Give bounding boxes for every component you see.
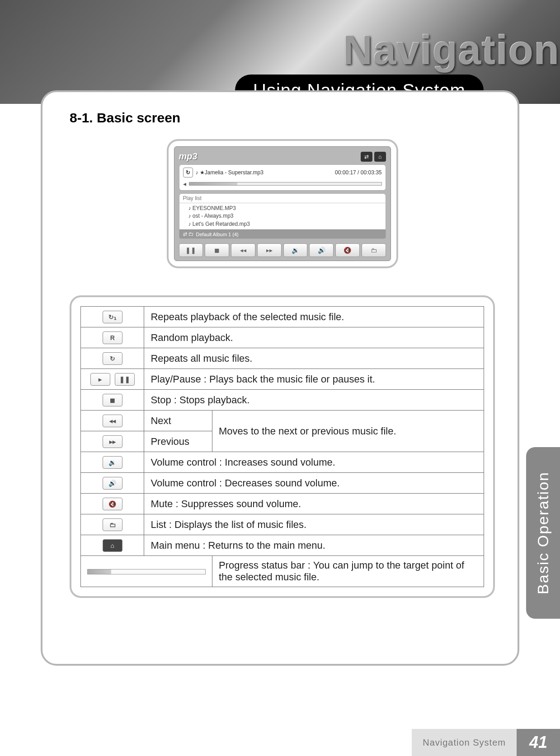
desc-vol-down: Volume control : Decreases sound volume. [144, 473, 484, 494]
table-row: ⌂ Main menu : Returns to the main menu. [81, 535, 484, 556]
next-icon: ▸▸ [103, 435, 122, 448]
section-title: 8-1. Basic screen [70, 110, 504, 126]
home-icon: ⌂ [103, 539, 122, 552]
stop-icon: ◼ [103, 394, 122, 406]
table-row: 🔉 Volume control : Increases sound volum… [81, 452, 484, 473]
app-logo: mp3 [179, 151, 198, 162]
desc-play-pause: Play/Pause : Plays back the music file o… [144, 369, 484, 390]
track-row: ♪ EYESONME.MP3 [188, 205, 382, 212]
table-row: ↻ Repeats all music files. [81, 348, 484, 369]
side-tab: Basic Operation [526, 447, 560, 619]
vol-up-icon: 🔉 [103, 456, 122, 469]
track-row: ♪ ost - Always.mp3 [188, 212, 382, 220]
vol-down-icon: 🔊 [103, 477, 122, 490]
now-playing-title: ★Jamelia - Superstar.mp3 [200, 169, 264, 176]
page-footer: Navigation System 41 [412, 729, 560, 756]
hero-title: Navigation [343, 27, 560, 74]
desc-next-prev: Moves to the next or previous music file… [212, 411, 484, 452]
mute-button: 🔇 [335, 243, 360, 257]
repeat-all-icon: ↻ [103, 352, 122, 365]
random-icon: R [103, 331, 122, 344]
list-button: 🗀 [362, 243, 386, 257]
seek-arrow-icon: ◂ [183, 180, 186, 187]
next-button: ▸▸ [257, 243, 282, 257]
table-row: 🔊 Volume control : Decreases sound volum… [81, 473, 484, 494]
album-label: Default Album 1 (4) [196, 232, 239, 237]
table-row: R Random playback. [81, 327, 484, 348]
folder-icon: 🗀 [103, 518, 122, 531]
vol-down-button: 🔉 [283, 243, 308, 257]
footer-label: Navigation System [412, 729, 517, 756]
desc-stop: Stop : Stops playback. [144, 390, 484, 411]
table-row: ◂◂ Next Moves to the next or previous mu… [81, 411, 484, 431]
pause-button: ❚❚ [179, 243, 203, 257]
pause-icon: ❚❚ [115, 373, 135, 386]
side-tab-label: Basic Operation [534, 471, 552, 594]
progress-bar-mini [189, 182, 382, 186]
label-previous: Previous [144, 431, 212, 452]
now-playing-box: ↻ ♪ ★Jamelia - Superstar.mp3 00:00:17 / … [179, 164, 386, 191]
play-icon: ▸ [90, 373, 110, 386]
desc-main-menu: Main menu : Returns to the main menu. [144, 535, 484, 556]
desc-mute: Mute : Suppresses sound volume. [144, 494, 484, 514]
page-number: 41 [517, 729, 560, 756]
desc-random: Random playback. [144, 327, 484, 348]
time-display: 00:00:17 / 00:03:35 [335, 169, 381, 176]
stop-button: ◼ [205, 243, 229, 257]
repeat-icon: ↻ [183, 168, 193, 177]
playlist-box: Play list ♪ EYESONME.MP3 ♪ ost - Always.… [179, 193, 386, 239]
table-row: ◼ Stop : Stops playback. [81, 390, 484, 411]
content-panel: 8-1. Basic screen mp3 ⇄ ⌂ ↻ [41, 90, 519, 666]
playlist-header: Play list [179, 194, 386, 203]
desc-vol-up: Volume control : Increases sound volume. [144, 452, 484, 473]
vol-up-button: 🔊 [309, 243, 334, 257]
desc-repeat-all: Repeats all music files. [144, 348, 484, 369]
reference-table: ↻₁ Repeats playback of the selected musi… [80, 306, 484, 587]
table-row: ↻₁ Repeats playback of the selected musi… [81, 307, 484, 327]
desc-repeat-one: Repeats playback of the selected music f… [144, 307, 484, 327]
label-next: Next [144, 411, 212, 431]
repeat-one-icon: ↻₁ [103, 311, 122, 323]
control-bar: ❚❚ ◼ ◂◂ ▸▸ 🔉 🔊 🔇 🗀 [179, 243, 386, 257]
home-icon: ⌂ [374, 152, 386, 162]
screenshot-frame: mp3 ⇄ ⌂ ↻ ♪ ★Jamelia - Superstar.mp3 [167, 139, 398, 268]
table-row: 🔇 Mute : Suppresses sound volume. [81, 494, 484, 514]
prev-icon: ◂◂ [103, 415, 122, 427]
reference-table-frame: ↻₁ Repeats playback of the selected musi… [70, 295, 495, 598]
progress-bar-icon [87, 569, 206, 574]
desc-progress: Progress status bar : You can jump to th… [212, 556, 484, 587]
table-row: ▸❚❚ Play/Pause : Plays back the music fi… [81, 369, 484, 390]
table-row: 🗀 List : Displays the list of music file… [81, 514, 484, 535]
mute-icon: 🔇 [103, 498, 122, 510]
prev-button: ◂◂ [231, 243, 255, 257]
table-row: Progress status bar : You can jump to th… [81, 556, 484, 587]
mp3-player-screen: mp3 ⇄ ⌂ ↻ ♪ ★Jamelia - Superstar.mp3 [174, 146, 391, 261]
track-row: ♪ Let's Get Retarded.mp3 [188, 220, 382, 228]
usb-icon: ⇄ [361, 152, 372, 162]
desc-list: List : Displays the list of music files. [144, 514, 484, 535]
